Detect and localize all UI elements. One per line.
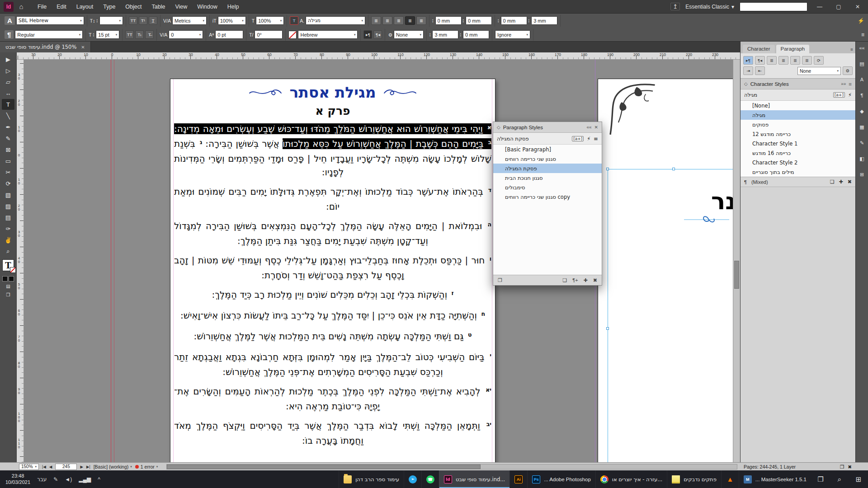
vertical-scrollbar-thumb[interactable]	[734, 261, 739, 289]
hidden-icons-caret[interactable]: ^	[98, 476, 100, 483]
keep-options-select[interactable]: Ignore▾	[495, 30, 530, 39]
direct-selection-tool[interactable]: ▷	[2, 65, 14, 76]
character-style-item[interactable]: Character Style 1	[741, 139, 855, 148]
zoom-tool[interactable]: ⌕	[2, 246, 14, 257]
small-caps-button[interactable]: TT	[125, 30, 134, 39]
rectangle-tool[interactable]: ▭	[2, 155, 14, 166]
gradient-swatch-tool[interactable]: ▧	[2, 189, 14, 200]
redefine-style-icon[interactable]: ¶+	[572, 277, 578, 283]
verse-paragraph[interactable]: יב וַתְּמָאֵן הַמַּלְכָּה וַשְׁתִּי לָבו…	[174, 419, 491, 447]
taskbar-item-masterseeker[interactable]: M ... MasterSeeker 1.5.1	[739, 470, 811, 488]
style-group-icon[interactable]: ❏	[830, 179, 835, 185]
align-right-button[interactable]: ≣	[371, 16, 381, 25]
character-formatting-icon[interactable]: A	[5, 16, 15, 25]
font-size-field[interactable]: 15 pt▾	[96, 30, 119, 39]
network-icon[interactable]: ▂▄▆	[79, 476, 91, 483]
page-left[interactable]: מגילת אסתר פרק א א וַיְהִי בִּימֵי אֲחַש…	[170, 79, 495, 462]
horizontal-scale-field[interactable]: 100%▾	[256, 16, 284, 25]
preflight-error-indicator[interactable]: 1 error▾	[135, 464, 158, 469]
stroke-swatch[interactable]	[9, 276, 14, 282]
menu-item[interactable]: Help	[222, 0, 244, 14]
indent-left-icon[interactable]: ⇥	[743, 66, 753, 75]
taskbar-item-chrome[interactable]: עזרה - איך יוצרים או...	[595, 470, 667, 488]
maximize-button[interactable]: ▢	[832, 4, 845, 10]
verse-paragraph-intro[interactable]: א וַיְהִי בִּימֵי אֲחַשְׁוֵרוֹשׁ הוּא אֲ…	[174, 122, 491, 179]
align-left-button[interactable]: ≣	[394, 16, 404, 25]
font-family-select[interactable]: SBL Hebrew▾	[16, 16, 84, 25]
verse-paragraph[interactable]: ו חוּר | כַּרְפַּס וּתְכֵלֶת אָחוּז בְּח…	[174, 253, 491, 282]
superscript-button[interactable]: T¹	[139, 16, 147, 25]
document-canvas[interactable]: מגילת אסתר פרק א א וַיְהִי בִּימֵי אֲחַש…	[24, 60, 740, 462]
verse-paragraph[interactable]: יא לְהָבִיא אֶת־וַשְׁתִּי הַמַּלְכָּה לִ…	[174, 385, 491, 413]
taskbar-search-icon[interactable]: ⌕	[830, 470, 849, 488]
home-icon[interactable]: ⌂	[15, 3, 27, 10]
paragraph-style-item[interactable]: סגנון שני כריימה רווחים	[493, 154, 602, 164]
page-number-field[interactable]: 245	[55, 464, 77, 470]
panel-header[interactable]: ◇ Paragraph Styles «« ✕	[493, 122, 602, 133]
character-styles-header[interactable]: ◇ Character Styles »» ≡	[741, 79, 855, 89]
character-style-item[interactable]: פסוקים	[741, 120, 855, 129]
preflight-profile-select[interactable]: [Basic] (working)▾	[94, 464, 132, 469]
baseline-shift-field[interactable]: 0 pt	[215, 30, 243, 39]
quick-apply-icon[interactable]: ⚡	[848, 92, 852, 98]
horizontal-scrollbar-thumb[interactable]	[167, 465, 480, 469]
align-left-button[interactable]: ≣	[790, 56, 800, 65]
style-group-icon[interactable]: ❏	[562, 277, 567, 283]
links-panel-icon[interactable]: ⊞	[858, 170, 867, 178]
taskbar-item-photoshop[interactable]: Ps ... Adobe Photoshop	[527, 470, 595, 488]
character-style-item[interactable]: [None]	[741, 101, 855, 110]
page-tool[interactable]: ▱	[2, 76, 14, 87]
left-indent-field[interactable]: 0 mm	[435, 16, 462, 25]
align-center-button[interactable]: ≣	[778, 56, 788, 65]
paragraph-style-item[interactable]: סגנון שני כריימה רווחים copy	[493, 192, 602, 202]
all-caps-button[interactable]: TT	[129, 16, 137, 25]
ltr-direction-button[interactable]: ¶◂	[755, 56, 765, 65]
megilla-body[interactable]: א וַיְהִי בִּימֵי אֲחַשְׁוֵרוֹשׁ הוּא אֲ…	[174, 122, 491, 447]
verse-paragraph[interactable]: ז וְהַשְׁקוֹת בִּכְלֵי זָהָב וְכֵלִים מִ…	[174, 288, 491, 303]
paragraph-style-item[interactable]: פסקת המגילה	[493, 164, 602, 173]
font-size-aux-select[interactable]: ▾	[99, 16, 123, 25]
panel-options-icon[interactable]: ⚙	[843, 66, 853, 75]
fill-swatch[interactable]	[2, 276, 8, 282]
justify-all-button[interactable]: ≣	[416, 16, 426, 25]
workspace-switcher[interactable]: Essentials Classic ▾	[685, 4, 734, 10]
taskbar-item-whatsapp[interactable]: ☎	[421, 470, 439, 488]
rotate-icon[interactable]: ⟳	[814, 56, 824, 65]
taskbar-item-illustrator[interactable]: Ai	[509, 470, 527, 488]
volume-icon[interactable]: ◄)	[65, 476, 72, 483]
gradient-feather-tool[interactable]: ▨	[2, 201, 14, 211]
character-style-item[interactable]: כריימה 16 מודגש	[741, 148, 855, 158]
create-style-icon[interactable]: ✚	[839, 179, 843, 185]
collapse-panel-icon[interactable]: ««	[586, 125, 591, 130]
gap-tool[interactable]: ↔	[2, 88, 14, 99]
verse-paragraph[interactable]: י בַּיּוֹם הַשְּׁבִיעִי כְּטוֹב לֵב־הַמֶ…	[174, 350, 491, 379]
kerning-select[interactable]: Metrics▾	[172, 16, 207, 25]
applied-style-select[interactable]: מגילה▾	[306, 16, 365, 25]
create-style-icon[interactable]: ✚	[584, 277, 588, 283]
zoom-level-select[interactable]: 150%▾	[19, 464, 39, 470]
character-style-item[interactable]: מגילה	[741, 110, 855, 120]
frame-handle[interactable]	[672, 168, 675, 170]
keyboard-language-button[interactable]: עבר	[37, 476, 47, 483]
note-tool[interactable]: ▤	[2, 212, 14, 223]
panel-menu-icon[interactable]: ≡	[849, 81, 852, 87]
align-right-button[interactable]: ≣	[767, 56, 777, 65]
taskbar-item-folder[interactable]: עימוד ספר הרב דהן	[339, 470, 404, 488]
font-style-select[interactable]: Regular▾	[15, 30, 83, 39]
right-indent-field[interactable]: 0 mm	[466, 16, 492, 25]
horizontal-scrollbar[interactable]	[166, 464, 737, 469]
taskbar-item-vlc[interactable]: ▲	[721, 470, 739, 488]
first-line-indent-field[interactable]: 0 mm	[501, 16, 527, 25]
bullet-list-icon[interactable]: ⚙	[388, 32, 392, 38]
space-between-field[interactable]: 0 mm	[463, 30, 489, 39]
menu-item[interactable]: Table	[146, 0, 170, 14]
verse-paragraph[interactable]: ה וּבִמְלוֹאת | הַיָּמִים הָאֵלֶּה עָשָׂ…	[174, 219, 491, 248]
indent-right-icon[interactable]: ⇤	[755, 66, 765, 75]
delete-page-icon[interactable]: ✖	[848, 464, 852, 469]
list-style-select[interactable]: None▾	[797, 67, 841, 75]
expand-panels-icon[interactable]: ««	[858, 44, 867, 52]
document-tab[interactable]: עימוד סופי שבט.indd @ 150% ✕	[0, 42, 91, 52]
subscript-button[interactable]: Tₜ	[135, 30, 144, 39]
type-tool[interactable]: T	[2, 99, 14, 110]
menu-item[interactable]: View	[170, 0, 192, 14]
